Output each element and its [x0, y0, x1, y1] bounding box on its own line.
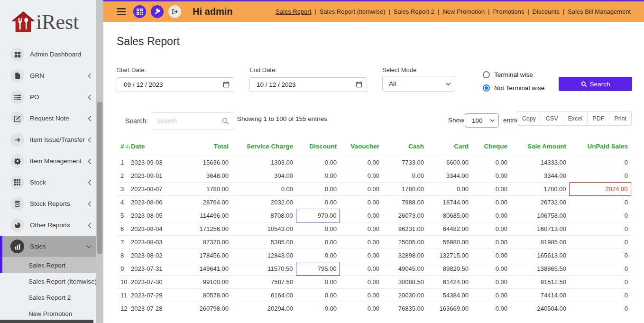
table-cell: 0.00 [340, 209, 382, 222]
sidebar-item-grn[interactable]: GRN [0, 65, 96, 86]
column-header-cash[interactable]: Cash [382, 140, 427, 156]
chevron-left-icon [88, 158, 92, 164]
radio-not-terminal-wise[interactable]: Not Terminal wise [483, 84, 544, 92]
search-button[interactable]: Search [559, 77, 632, 91]
chevron-left-icon [88, 73, 92, 79]
logout-button[interactable] [168, 5, 181, 18]
sidebar: iRest Admin DashboardGRNPORequest NoteIt… [0, 0, 96, 323]
topnav-link-promotions[interactable]: Promotions [493, 8, 524, 15]
row-index-cell: 2 [117, 169, 131, 183]
topnav-link-discounts[interactable]: Discounts [533, 8, 560, 15]
qr-code-icon [137, 9, 143, 15]
sidebar-item-stock[interactable]: Stock [0, 172, 96, 193]
top-navigation: Sales Report|Sales Report (Itemwise)|Sal… [276, 8, 631, 15]
show-label: Show [448, 117, 464, 124]
mode-select[interactable]: All [382, 76, 455, 92]
table-cell: 20294.00 [231, 302, 296, 315]
column-header-total[interactable]: Total [184, 140, 231, 156]
table-cell: 1780.00 [184, 183, 231, 196]
print-button[interactable]: Print [609, 111, 632, 126]
topnav-link-sales-report-2[interactable]: Sales Report 2 [394, 8, 434, 15]
qr-code-button[interactable] [133, 5, 146, 18]
table-cell: 61424.00 [427, 276, 471, 289]
column-header-service-charge[interactable]: Service Charge [231, 140, 296, 156]
row-index-cell: 10 [117, 276, 131, 289]
table-cell: 114496.00 [184, 209, 231, 222]
sidebar-item-item-issue-transfer[interactable]: Item Issue/Transfer [0, 129, 96, 150]
table-cell: 0.00 [296, 249, 340, 262]
database-icon [10, 197, 24, 211]
pie-chart-icon [10, 218, 24, 232]
column-header-date[interactable]: Date [131, 140, 184, 156]
settings-wrench-button[interactable] [151, 5, 164, 18]
table-cell: 30088.50 [382, 276, 427, 289]
table-cell: 138865.50 [510, 262, 569, 276]
topnav-link-sales-report-itemwise[interactable]: Sales Report (Itemwise) [320, 8, 386, 15]
sidebar-item-request-note[interactable]: Request Note [0, 108, 96, 129]
nav-separator: | [388, 8, 390, 15]
sidebar-horizontal-scrollbar[interactable] [0, 320, 93, 323]
menu-toggle-button[interactable] [117, 8, 126, 15]
table-cell: 8708.00 [231, 209, 296, 222]
table-cell: 0.00 [296, 276, 340, 289]
table-search-input[interactable] [151, 113, 234, 129]
table-cell: 260798.00 [184, 302, 231, 315]
topnav-link-sales-report[interactable]: Sales Report [276, 8, 311, 15]
page-size-select-wrap: 100 [465, 113, 499, 128]
edit-note-icon [10, 111, 24, 125]
sidebar-item-item-management[interactable]: Item Management [0, 150, 96, 172]
radio-terminal-wise[interactable]: Terminal wise [483, 71, 544, 78]
column-header-vaoucher[interactable]: Vaoucher [340, 140, 382, 156]
column-header-unpaid-sales[interactable]: UnPaid Sales [569, 140, 631, 156]
column-header-[interactable]: # [117, 140, 131, 156]
table-cell: 0.00 [471, 183, 510, 196]
table-cell: 163669.00 [427, 302, 471, 315]
page-size-select[interactable]: 100 [465, 113, 499, 128]
topnav-link-sales-bill-management[interactable]: Sales Bill Management [568, 8, 631, 15]
start-date-input[interactable] [117, 77, 234, 92]
sidebar-subitem-sales-report[interactable]: Sales Report [0, 257, 96, 273]
sidebar-item-stock-reports[interactable]: Stock Reports [0, 193, 96, 214]
sidebar-subitem-sales-report-itemwise[interactable]: Sales Report (Itemwise) [0, 273, 96, 289]
select-mode-label: Select Mode [382, 66, 416, 74]
table-cell: 15636.00 [184, 156, 231, 169]
table-cell: 3648.00 [184, 169, 231, 183]
showing-entries-text: Showing 1 to 100 of 155 entries [237, 115, 327, 122]
table-cell: 96231.00 [382, 222, 427, 236]
sidebar-item-other-reports[interactable]: Other Reports [0, 214, 96, 236]
table-cell: 0.00 [471, 169, 510, 183]
copy-button[interactable]: Copy [517, 111, 541, 126]
sidebar-item-po[interactable]: PO [0, 86, 96, 108]
row-index-cell: 4 [117, 196, 131, 209]
brand-logo[interactable]: iRest [0, 0, 96, 44]
sidebar-subitem-sales-report-2[interactable]: Sales Report 2 [0, 289, 96, 305]
table-cell: 32898.00 [382, 249, 427, 262]
topnav-link-new-promotion[interactable]: New Promotion [442, 8, 485, 15]
sidebar-item-sales[interactable]: Sales [0, 236, 96, 257]
sidebar-subitem-new-promotion[interactable]: New Promotion [0, 305, 96, 322]
table-cell: 165613.00 [510, 249, 569, 262]
scrollbar-thumb[interactable] [97, 102, 102, 254]
excel-button[interactable]: Excel [563, 111, 588, 126]
chevron-left-icon [88, 94, 92, 100]
table-row: 102023-07-3099100.007587.500.000.0030088… [117, 276, 631, 289]
app-root: iRest Admin DashboardGRNPORequest NoteIt… [0, 0, 644, 323]
table-row: 22023-09-013648.00304.000.000.000.003344… [117, 169, 631, 183]
table-cell: 0.00 [296, 183, 340, 196]
pdf-button[interactable]: PDF [587, 111, 609, 126]
column-header-discount[interactable]: Discount [296, 140, 340, 156]
table-cell: 49045.00 [382, 262, 427, 276]
column-header-card[interactable]: Card [427, 140, 471, 156]
csv-button[interactable]: CSV [541, 111, 563, 126]
sidebar-vertical-scrollbar[interactable] [96, 0, 103, 323]
chevron-down-icon [86, 245, 92, 249]
table-cell: 20030.00 [382, 289, 427, 302]
column-header-cheque[interactable]: Cheque [471, 140, 510, 156]
end-date-input[interactable] [249, 77, 367, 92]
table-cell: 2023-08-02 [131, 249, 184, 262]
table-cell: 0.00 [471, 276, 510, 289]
table-cell: 0 [569, 156, 631, 169]
column-header-sale-amount[interactable]: Sale Amount [510, 140, 569, 156]
sidebar-item-admin-dashboard[interactable]: Admin Dashboard [0, 44, 96, 65]
table-cell: 28764.00 [184, 196, 231, 209]
